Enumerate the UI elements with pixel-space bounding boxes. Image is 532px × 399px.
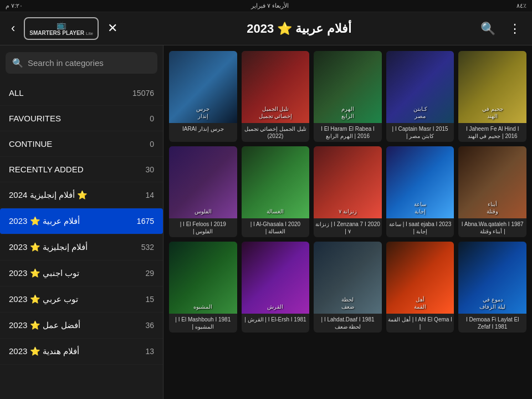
back-button[interactable]: ‹	[9, 19, 17, 38]
movie-title: I Jaheem Fe Al Hind I 2016 | جحيم في اله…	[458, 123, 526, 142]
sidebar-item-label: أفلام إنجليزية ⭐ 2023	[9, 242, 88, 252]
search-box[interactable]: 🔍 Search in categories	[6, 52, 157, 74]
sidebar-item-count: 0	[150, 140, 154, 149]
sidebar-item-label: ALL	[9, 88, 24, 98]
sidebar-item-label: توب عربي ⭐ 2023	[9, 294, 78, 304]
battery: ٨٤٪	[516, 2, 526, 9]
sidebar-item-label: توب اجنبي ⭐ 2023	[9, 268, 79, 278]
poster-overlay-text: القرش	[267, 303, 283, 310]
movie-title: I saat ejaba I 2023 | ساعة إجابة |	[386, 218, 454, 237]
poster-overlay-text: الهرم الرابع	[341, 105, 354, 120]
sidebar-item-hindi-2023[interactable]: أفلام هندية ⭐ 2023 13	[0, 339, 163, 365]
logo: 📺 SMARTERS PLAYER Lite	[24, 17, 99, 40]
sidebar-item-count: 532	[141, 243, 154, 252]
top-bar: ‹ 📺 SMARTERS PLAYER Lite ✕ أفلام عربية ⭐…	[0, 12, 532, 45]
movie-title: I El-Ersh I 1981 | القرش |	[242, 314, 310, 325]
sidebar-item-count: 36	[145, 321, 154, 330]
movie-card[interactable]: الغسالةI Al-Ghasala I 2020 | الغسالة |	[242, 146, 310, 237]
top-bar-right: 🔍 ⋮	[478, 19, 523, 38]
movie-title: I El Feloos I 2019 | الفلوس |	[169, 218, 237, 237]
movie-card[interactable]: الفلوسI El Feloos I 2019 | الفلوس |	[169, 146, 237, 237]
sidebar-item-count: 29	[145, 269, 154, 278]
movie-card[interactable]: أبناء وقتلةI Abna.Wa.qataleh I 1987 | أب…	[458, 146, 526, 237]
sidebar-item-label: أفضل عمل ⭐ 2023	[9, 320, 80, 330]
top-bar-left: ‹ 📺 SMARTERS PLAYER Lite ✕	[9, 17, 120, 40]
movie-title: I Zenzana 7 I 2020 | زنزانة ٧ |	[314, 218, 382, 237]
sidebar-item-label: أفلام عربية ⭐ 2023	[9, 216, 80, 226]
poster-overlay-text: المشبوه	[193, 303, 212, 310]
status-bar: ٧:٢٠ م الأربعاء ٧ فبراير ٨٤٪	[0, 0, 532, 12]
sidebar-item-count: 14	[145, 191, 154, 200]
more-button[interactable]: ⋮	[507, 19, 523, 38]
close-button[interactable]: ✕	[105, 19, 120, 38]
sidebar-item-label: FAVOURITES	[9, 114, 61, 123]
movie-title: I El Haram El Rabea I 2016 | الهرم الراب…	[314, 123, 382, 142]
logo-title: SMARTERS PLAYER	[29, 30, 84, 36]
search-button[interactable]: 🔍	[478, 19, 498, 38]
movie-card[interactable]: زنزانة ٧I Zenzana 7 I 2020 | زنزانة ٧ |	[314, 146, 382, 237]
poster-overlay-text: جحيم في الهند	[482, 105, 503, 120]
poster-overlay-text: ساعة إجابة	[414, 201, 426, 215]
sidebar-item-label: أفلام هندية ⭐ 2023	[9, 346, 79, 356]
movie-card[interactable]: تليل الجميل إخصائي تجميلتليل الجميل إخصا…	[242, 51, 310, 142]
grid-area: جرس إنذارجرس إنذار IARAIتليل الجميل إخصا…	[163, 45, 532, 399]
movie-title: تليل الجميل إخصائي تجميل (2022)	[242, 123, 310, 142]
sidebar-item-all[interactable]: ALL 15076	[0, 80, 163, 106]
sidebar-item-label: CONTINUE	[9, 139, 52, 149]
poster-overlay-text: أهل القمة	[414, 296, 426, 310]
poster-overlay-text: الفلوس	[195, 208, 212, 215]
sidebar-item-continue[interactable]: CONTINUE 0	[0, 131, 163, 157]
poster-overlay-text: تليل الجميل إخصائي تجميل	[259, 105, 293, 120]
poster-overlay-text: أبناء وقتلة	[487, 201, 498, 215]
movie-card[interactable]: الهرم الرابعI El Haram El Rabea I 2016 |…	[314, 51, 382, 142]
movie-title: I Ahl El Qema I | أهل القمة |	[386, 314, 454, 332]
poster-overlay-text: جرس إنذار	[196, 105, 209, 120]
poster-overlay-text: زنزانة ٧	[339, 208, 357, 215]
time: ٧:٢٠ م	[6, 2, 23, 9]
sidebar-item-label: RECENTLY ADDED	[9, 165, 83, 174]
sidebar-item-top-work-2023[interactable]: أفضل عمل ⭐ 2023 36	[0, 313, 163, 339]
movie-title: I Al-Ghasala I 2020 | الغسالة |	[242, 218, 310, 237]
movie-card[interactable]: كـابتن مصرI Captain Masr I 2015 | كابتن …	[386, 51, 454, 142]
page-title: أفلام عربية ⭐ 2023	[120, 22, 478, 36]
movie-title: I Captain Masr I 2015 | كابتن مصر |	[386, 123, 454, 142]
movie-card[interactable]: القرشI El-Ersh I 1981 | القرش |	[242, 242, 310, 332]
sidebar-item-count: 13	[145, 347, 154, 356]
sidebar-item-count: 1675	[137, 217, 154, 226]
search-input[interactable]: Search in categories	[28, 58, 104, 68]
poster-overlay-text: كـابتن مصر	[413, 105, 427, 120]
logo-icon: 📺	[29, 21, 93, 30]
poster-overlay-text: دموع في ليلة الزفاف	[479, 296, 505, 310]
sidebar-item-arabic-english-2024[interactable]: أفلام إنجليزية 2024 ⭐ 14	[0, 182, 163, 208]
search-icon: 🔍	[12, 58, 23, 68]
sidebar-item-label: أفلام إنجليزية 2024 ⭐	[9, 190, 88, 200]
sidebar-item-top-arabic-2023[interactable]: توب عربي ⭐ 2023 15	[0, 287, 163, 313]
sidebar-item-top-foreign-2023[interactable]: توب اجنبي ⭐ 2023 29	[0, 260, 163, 287]
movie-title: I El Mashbouh I 1981 | المشبوه |	[169, 314, 237, 332]
main-content: 🔍 Search in categories ALL 15076 FAVOURI…	[0, 45, 532, 399]
movie-card[interactable]: جرس إنذارجرس إنذار IARAI	[169, 51, 237, 142]
movie-card[interactable]: ساعة إجابةI saat ejaba I 2023 | ساعة إجا…	[386, 146, 454, 237]
sidebar-item-favourites[interactable]: FAVOURITES 0	[0, 106, 163, 131]
date: الأربعاء ٧ فبراير	[251, 2, 289, 9]
movie-title: I Demoaa Fi Laylat El Zefaf I 1981	[458, 314, 526, 332]
poster-overlay-text: لحظة ضعف	[341, 296, 354, 310]
movie-card[interactable]: أهل القمةI Ahl El Qema I | أهل القمة |	[386, 242, 454, 332]
sidebar: 🔍 Search in categories ALL 15076 FAVOURI…	[0, 45, 163, 399]
sidebar-item-count: 15	[145, 295, 154, 304]
movie-title: I Lahdat.Daaf I 1981 | لحظة ضعف	[314, 314, 382, 332]
logo-sub: Lite	[86, 31, 93, 36]
sidebar-item-recently-added[interactable]: RECENTLY ADDED 30	[0, 157, 163, 182]
movie-title: I Abna.Wa.qataleh I 1987 | أبناء وقتلة	[458, 218, 526, 237]
sidebar-item-english-2023[interactable]: أفلام إنجليزية ⭐ 2023 532	[0, 234, 163, 260]
movie-card[interactable]: المشبوهI El Mashbouh I 1981 | المشبوه |	[169, 242, 237, 332]
sidebar-item-count: 0	[150, 114, 154, 123]
poster-overlay-text: الغسالة	[267, 208, 284, 215]
sidebar-item-count: 30	[145, 165, 154, 174]
sidebar-item-arabic-2023[interactable]: أفلام عربية ⭐ 2023 1675	[0, 208, 163, 234]
movie-card[interactable]: جحيم في الهندI Jaheem Fe Al Hind I 2016 …	[458, 51, 526, 142]
sidebar-item-count: 15076	[132, 89, 154, 98]
movie-title: جرس إنذار IARAI	[169, 123, 237, 135]
movie-card[interactable]: دموع في ليلة الزفافI Demoaa Fi Laylat El…	[458, 242, 526, 332]
movie-card[interactable]: لحظة ضعفI Lahdat.Daaf I 1981 | لحظة ضعف	[314, 242, 382, 332]
